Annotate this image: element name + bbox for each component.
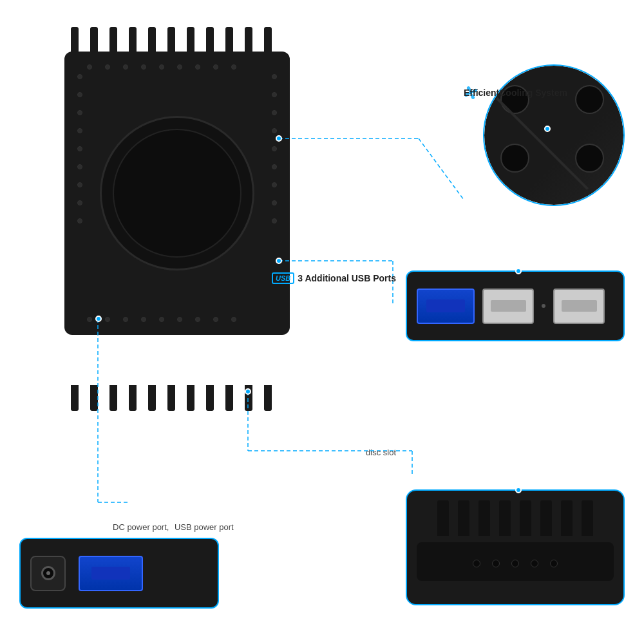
- fin: [167, 27, 175, 53]
- cooling-label-area: EfficientCooling System: [464, 86, 478, 100]
- fin: [167, 385, 175, 411]
- fin: [206, 27, 214, 53]
- usb2-port-1: [482, 289, 534, 324]
- usb-label: 3 Additional USB Ports: [298, 273, 396, 283]
- dc-power-label: DC power port,: [113, 522, 169, 532]
- cooling-label: EfficientCooling System: [464, 88, 567, 98]
- fin: [71, 27, 79, 53]
- main-device: [52, 52, 303, 386]
- fin: [129, 385, 137, 411]
- bottom-fins: [71, 385, 272, 411]
- disc-holes-row: [473, 560, 558, 567]
- disc-fin: [437, 500, 449, 536]
- fin: [225, 27, 233, 53]
- usb-callout: [406, 270, 625, 341]
- dc-pin: [46, 571, 50, 575]
- disc-label-area: disc slot: [366, 446, 396, 458]
- cooling-hole: [500, 144, 529, 173]
- fin: [148, 385, 156, 411]
- callout-dot-cooling: [276, 135, 282, 142]
- fin: [90, 27, 98, 53]
- fin: [225, 385, 233, 411]
- fin: [148, 27, 156, 53]
- disc-fin: [561, 500, 573, 536]
- dc-port: [30, 556, 66, 591]
- fin: [90, 385, 98, 411]
- usb-badge: USB: [272, 272, 294, 284]
- disc-callout: [406, 489, 625, 605]
- callout-dot-usb: [276, 258, 282, 264]
- fin: [71, 385, 79, 411]
- usb-slot: [562, 300, 597, 312]
- cooling-callout: [483, 64, 625, 206]
- usb2-port-2: [553, 289, 605, 324]
- usb-panel-dot: [515, 268, 522, 274]
- led-indicator: [542, 304, 545, 308]
- disc-hole: [550, 560, 558, 567]
- disc-hole: [531, 560, 538, 567]
- disc-fin: [540, 500, 552, 536]
- power-label-area: DC power port, USB power port: [113, 521, 234, 533]
- dot-holes: [74, 61, 280, 325]
- fin: [187, 385, 194, 411]
- usb-slot: [426, 299, 465, 312]
- dc-inner: [41, 566, 55, 580]
- disc-fin: [458, 500, 469, 536]
- disc-fins: [437, 500, 593, 536]
- disc-fin: [582, 500, 593, 536]
- cooling-panel-dot: [544, 126, 551, 132]
- usb-label-area: USB 3 Additional USB Ports: [272, 272, 396, 284]
- cooling-hole: [575, 144, 604, 173]
- fin: [264, 27, 272, 53]
- usb-slot: [491, 300, 526, 312]
- device-body: [64, 52, 290, 335]
- disc-fin: [520, 500, 531, 536]
- disc-hole: [473, 560, 480, 567]
- callout-dot-power: [95, 316, 102, 322]
- power-callout: [19, 538, 219, 609]
- fin: [109, 27, 117, 53]
- fin: [187, 27, 194, 53]
- fin: [245, 27, 252, 53]
- disc-panel-dot: [515, 487, 522, 493]
- disc-bottom: [417, 542, 614, 581]
- fin: [206, 385, 214, 411]
- top-fins: [71, 27, 272, 53]
- usb-power-label: USB power port: [175, 522, 234, 532]
- cooling-hole: [575, 85, 604, 114]
- disc-fin: [478, 500, 490, 536]
- disc-fin: [499, 500, 511, 536]
- fin: [109, 385, 117, 411]
- disc-hole: [511, 560, 519, 567]
- callout-dot-disc: [245, 388, 251, 395]
- disc-hole: [492, 560, 500, 567]
- fin: [129, 27, 137, 53]
- cooling-inner: [484, 66, 623, 205]
- usb-slot: [91, 567, 130, 580]
- usb3-port: [417, 289, 475, 324]
- power-usb-port: [79, 556, 143, 591]
- fin: [264, 385, 272, 411]
- svg-line-1: [419, 138, 464, 200]
- disc-label: disc slot: [366, 448, 396, 457]
